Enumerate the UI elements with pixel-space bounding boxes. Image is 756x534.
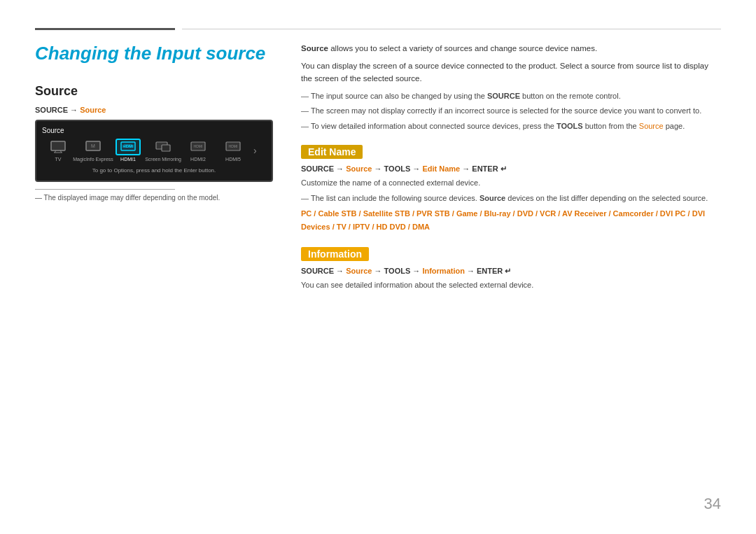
bullet-1: The input source can also be changed by … [301,90,721,102]
left-column: Changing the Input source Source SOURCE … [35,43,273,506]
source-path-link: Source [80,106,106,114]
edit-name-path: SOURCE → Source → TOOLS → Edit Name → EN… [301,164,721,174]
bullet-1-bold: SOURCE [487,92,520,100]
source-icon-hdmi5-label: HDMI5 [225,157,241,162]
bullet-1-text-after: button on the remote control. [520,92,621,100]
source-icons-row: TV M MagicInfo Express [42,139,266,162]
device-list: PC / Cable STB / Satellite STB / PVR STB… [301,207,721,233]
bullet-3-text-after: page. [664,122,685,130]
edit-name-badge: Edit Name [301,145,363,159]
source-icon-hdmi1-label: HDMI1 [120,157,136,162]
source-path: SOURCE → Source [35,106,273,114]
source-icon-hdmi2[interactable]: HDMI HDMI2 [182,139,214,162]
intro-paragraph-2: You can display the screen of a source d… [301,60,721,85]
bullet-2: The screen may not display correctly if … [301,105,721,117]
bullet-3-text-before: To view detailed information about conne… [311,122,556,130]
svg-text:HDMI: HDMI [122,144,134,148]
top-decorative-lines [35,28,721,30]
main-content: Changing the Input source Source SOURCE … [35,43,721,506]
source-mockup: Source TV [35,120,273,182]
edit-name-bullet: The list can include the following sourc… [301,192,721,204]
device-list-items: PC / Cable STB / Satellite STB / PVR STB… [301,209,705,231]
source-icon-tv-label: TV [55,157,62,162]
right-column: Source allows you to select a variety of… [301,43,721,506]
source-mockup-label: Source [42,127,266,134]
intro-source-bold: Source [301,44,328,52]
intro-1-rest: allows you to select a variety of source… [328,44,597,52]
edit-name-path-editname: Edit Name [422,164,460,173]
source-icon-hdmi2-label: HDMI2 [190,157,206,162]
svg-rect-0 [51,141,65,150]
source-icon-hdmi5[interactable]: HDMI HDMI5 [217,139,249,162]
source-icon-screenmirroring-label: Screen Mirroring [145,157,181,162]
source-icon-magicinfo-label: MagicInfo Express [73,157,113,162]
top-line-dark [35,28,175,30]
edit-name-bullet-text-before: The list can include the following sourc… [311,194,479,202]
source-icon-magicinfo[interactable]: M MagicInfo Express [77,139,109,162]
source-help-text: To go to Options, press and hold the Ent… [42,166,266,175]
bullet-3-source-link: Source [639,122,664,130]
page-title: Changing the Input source [35,43,273,64]
source-icon-hdmi1[interactable]: HDMI HDMI1 [112,139,144,162]
source-icon-tv[interactable]: TV [42,139,74,162]
source-icon-screenmirroring[interactable]: Screen Mirroring [147,139,179,162]
bullet-1-text-before: The input source can also be changed by … [311,92,487,100]
svg-text:HDMI: HDMI [229,144,238,148]
source-path-prefix: SOURCE → [35,106,80,114]
source-scroll-arrow[interactable]: › [253,145,257,156]
edit-name-bullet-text-after: devices on the list differ depending on … [505,194,708,202]
footnote: The displayed image may differ depending… [35,194,273,202]
bullet-2-text: The screen may not display correctly if … [311,106,701,115]
information-path: SOURCE → Source → TOOLS → Information → … [301,267,721,276]
bullet-3-tools-bold: TOOLS [556,122,583,130]
page-number: 34 [704,495,721,513]
bullet-3-text-middle: button from the [583,122,639,130]
information-desc: You can see detailed information about t… [301,279,721,291]
svg-rect-10 [162,145,170,151]
info-path-source: Source [346,267,372,275]
svg-text:HDMI: HDMI [194,144,203,148]
intro-paragraph-1: Source allows you to select a variety of… [301,43,721,55]
info-path-information: Information [422,267,465,275]
edit-name-path-source: Source [346,164,372,173]
edit-name-desc: Customize the name of a connected extern… [301,177,721,189]
top-line-light [182,29,721,29]
edit-name-bullet-source-bold: Source [479,194,505,202]
bottom-divider [35,189,175,190]
svg-text:M: M [91,143,95,148]
bullet-3: To view detailed information about conne… [301,120,721,132]
source-section-title: Source [35,84,273,99]
information-badge: Information [301,247,369,261]
